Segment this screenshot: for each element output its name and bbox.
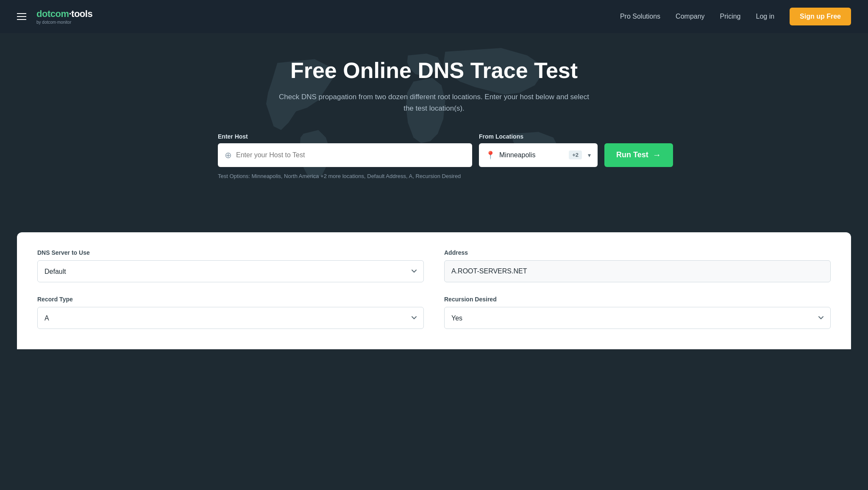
options-grid: DNS Server to Use Default Google (8.8.8.… [37,249,831,329]
dns-server-group: DNS Server to Use Default Google (8.8.8.… [37,249,424,282]
host-input[interactable] [236,151,465,159]
nav-link-pricing[interactable]: Pricing [720,13,741,20]
search-row: Enter Host ⊕ From Locations 📍 Minneapoli… [218,133,650,167]
host-input-wrap: ⊕ [218,143,472,167]
location-text: Minneapolis [499,151,565,159]
options-panel: DNS Server to Use Default Google (8.8.8.… [17,232,851,349]
location-field-group: From Locations 📍 Minneapolis +2 ▾ [479,133,598,167]
address-group: Address [444,249,831,282]
page-title: Free Online DNS Trace Test [17,58,851,83]
hero-content: Free Online DNS Trace Test Check DNS pro… [17,58,851,179]
logo-text: dotcom·tools [36,8,92,19]
hamburger-button[interactable] [17,13,26,20]
run-test-button[interactable]: Run Test → [604,143,673,167]
host-field-group: Enter Host ⊕ [218,133,472,167]
record-type-select[interactable]: A AAAA CNAME MX NS TXT [37,307,424,329]
nav-link-login[interactable]: Log in [756,13,775,20]
location-select[interactable]: 📍 Minneapolis +2 ▾ [479,143,598,167]
signup-button[interactable]: Sign up Free [790,8,851,25]
recursion-select[interactable]: Yes No [444,307,831,329]
globe-icon: ⊕ [225,150,232,160]
nav-left: dotcom·tools by dotcom·monitor [17,8,92,25]
dns-server-label: DNS Server to Use [37,249,424,256]
dns-server-select[interactable]: Default Google (8.8.8.8) Cloudflare (1.1… [37,260,424,282]
run-test-label: Run Test [616,150,648,159]
hero-section: Free Online DNS Trace Test Check DNS pro… [0,33,868,220]
navbar: dotcom·tools by dotcom·monitor Pro Solut… [0,0,868,33]
chevron-down-icon: ▾ [588,152,591,159]
host-label: Enter Host [218,133,472,140]
test-options-text: Test Options: Minneapolis, North America… [218,173,650,179]
nav-link-company[interactable]: Company [676,13,704,20]
recursion-label: Recursion Desired [444,296,831,303]
recursion-group: Recursion Desired Yes No [444,296,831,329]
address-label: Address [444,249,831,256]
record-type-label: Record Type [37,296,424,303]
nav-right: Pro Solutions Company Pricing Log in Sig… [620,8,851,25]
nav-link-pro-solutions[interactable]: Pro Solutions [620,13,660,20]
pin-icon: 📍 [486,150,495,160]
location-badge: +2 [569,150,582,159]
location-label: From Locations [479,133,598,140]
hero-subtitle: Check DNS propagation from two dozen dif… [273,91,595,114]
arrow-right-icon: → [653,150,661,160]
record-type-group: Record Type A AAAA CNAME MX NS TXT [37,296,424,329]
address-input[interactable] [444,260,831,282]
logo[interactable]: dotcom·tools by dotcom·monitor [36,8,92,25]
logo-sub: by dotcom·monitor [36,20,92,25]
